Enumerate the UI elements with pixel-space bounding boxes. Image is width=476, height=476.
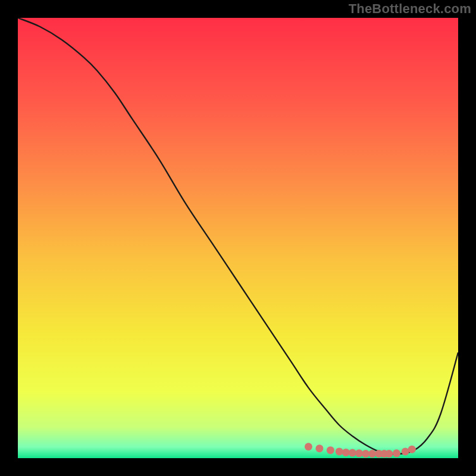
marker-point bbox=[362, 450, 369, 458]
marker-point bbox=[315, 444, 323, 452]
marker-point bbox=[305, 443, 312, 450]
marker-point bbox=[368, 450, 376, 458]
chart-container: { "watermark": "TheBottleneck.com", "col… bbox=[0, 0, 476, 476]
marker-point bbox=[349, 449, 356, 457]
bottleneck-chart bbox=[0, 0, 476, 476]
marker-point bbox=[402, 447, 409, 455]
gradient-background bbox=[18, 18, 458, 458]
marker-point bbox=[327, 446, 334, 454]
marker-point bbox=[408, 446, 416, 453]
marker-point bbox=[336, 447, 343, 455]
marker-point bbox=[385, 450, 393, 458]
marker-point bbox=[393, 449, 400, 457]
watermark-text: TheBottleneck.com bbox=[349, 1, 471, 17]
marker-point bbox=[342, 449, 350, 456]
marker-point bbox=[355, 449, 363, 457]
